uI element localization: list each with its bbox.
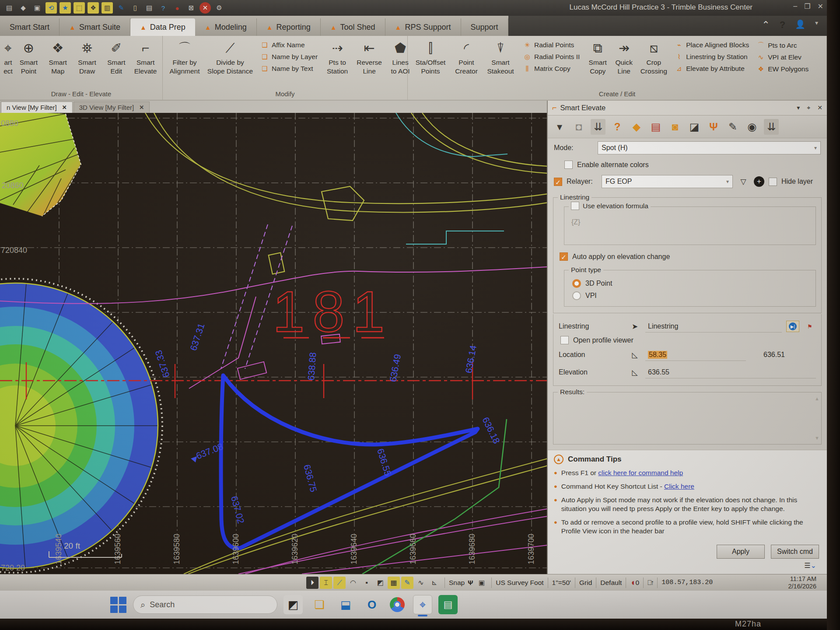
panel-dropdown-icon[interactable]: ▾ (797, 104, 800, 112)
snip-app-icon[interactable]: ◩ (284, 595, 303, 614)
tab-support[interactable]: Support (461, 18, 508, 36)
unit-status[interactable]: US Survey Foot (496, 579, 543, 587)
pick-linestring-button[interactable]: ▶| (786, 321, 799, 332)
relayer-checkbox[interactable]: ✓ (554, 178, 562, 186)
more-icon[interactable]: ⇊ (764, 119, 779, 135)
minimize-button[interactable]: – (793, 2, 797, 10)
vpi-at-elev-button[interactable]: ∿ VPI at Elev (757, 53, 808, 61)
tab-reporting[interactable]: ▲Reporting (257, 18, 321, 36)
select-region-icon[interactable]: ⬚ (74, 2, 85, 14)
chrome-icon[interactable] (388, 595, 407, 614)
panel-close-icon[interactable]: ✕ (817, 104, 822, 112)
view-filter-status-icon[interactable]: ▣ (476, 577, 487, 588)
ortho-box-icon[interactable]: ⎕↑ (648, 579, 653, 587)
flag-icon[interactable]: ⚑ (804, 321, 816, 332)
favorite-icon[interactable]: ★ (60, 2, 71, 14)
user-icon[interactable]: ◉ (745, 119, 760, 135)
help-question-icon[interactable]: ? (780, 19, 785, 31)
pts-to-station-button[interactable]: ⇢ Pts toStation (322, 38, 353, 75)
quick-line-button[interactable]: ↠ QuickLine (611, 38, 637, 75)
crop-crossing-button[interactable]: ⧅ CropCrossing (637, 38, 671, 75)
snap-status[interactable]: Snap (449, 579, 465, 587)
mode-select[interactable]: Spot (H)▾ (598, 141, 821, 154)
lock-icon[interactable]: ◘ (571, 119, 586, 135)
grid-toggle-icon[interactable]: ▦ (388, 577, 400, 589)
scale-status[interactable]: 1"=50' (552, 579, 571, 587)
record-icon[interactable]: ● (172, 2, 183, 14)
ortho-icon[interactable]: ⊾ (428, 577, 441, 589)
options-drop-icon[interactable]: ▾ (552, 119, 567, 135)
pdf-export-icon[interactable]: ▤ (648, 119, 663, 135)
tab-smart-start[interactable]: Smart Start (0, 18, 60, 36)
snap-endpoint-icon[interactable]: ⌶ (320, 577, 332, 589)
hide-layer-checkbox[interactable] (769, 178, 777, 186)
account-dropdown-icon[interactable]: ▾ (815, 19, 818, 31)
close-tab-icon[interactable]: ✕ (62, 104, 67, 111)
folder-settings-icon[interactable]: ◆ (629, 119, 644, 135)
image-icon[interactable]: ◙ (668, 119, 682, 135)
project-icon[interactable]: ◆ (18, 2, 29, 14)
pen-icon[interactable]: ✎ (725, 119, 740, 135)
profile-icon[interactable]: ∿ (415, 577, 427, 589)
3d-point-radio[interactable] (572, 279, 581, 288)
sync-icon[interactable]: ⟲ (46, 2, 57, 14)
radial-points-button[interactable]: ✳ Radial Points (523, 41, 580, 49)
scroll-up-icon[interactable]: ▲ (815, 396, 819, 401)
smart-map-button[interactable]: ❖ SmartMap (44, 38, 72, 75)
divide-by-slope-distance-button[interactable]: ⟋ Divide bySlope Distance (204, 38, 256, 75)
smart-draw-button[interactable]: ⛯ SmartDraw (73, 38, 102, 75)
outlook-icon[interactable]: O (362, 595, 382, 614)
layers-icon[interactable]: ❖ (88, 2, 99, 14)
view-icon[interactable]: ▣ (32, 2, 43, 14)
list-icon[interactable]: ▤ (144, 2, 155, 14)
panel-pin-icon[interactable]: ⌖ (807, 104, 810, 112)
linestring-field[interactable]: Linestring (645, 320, 782, 332)
affix-name-button[interactable]: ❑ Affix Name (261, 41, 318, 49)
close-task-icon[interactable]: ✕ (200, 2, 211, 14)
settings-icon[interactable]: ⚙ (214, 2, 225, 14)
select-tool-icon[interactable]: ◪ (687, 119, 702, 135)
annotate-icon[interactable]: ✎ (116, 2, 127, 14)
plan-view-canvas[interactable]: 181 637.31 637.33 638.88 636.4 (0, 113, 547, 574)
vpi-radio[interactable] (572, 291, 581, 300)
tab-plan-view[interactable]: n View [My Filter]✕ (1, 102, 73, 113)
use-elevation-formula-checkbox[interactable] (571, 202, 579, 210)
grid-status[interactable]: Grid (579, 579, 592, 587)
ew-polygons-button[interactable]: ❖ EW Polygons (757, 65, 808, 73)
style-status[interactable]: Default (600, 579, 622, 587)
command-pane-icon[interactable]: ⏵ (306, 577, 318, 589)
smart-edit-button[interactable]: ✐ SmartEdit (102, 38, 130, 75)
open-profile-viewer-checkbox[interactable] (560, 336, 569, 344)
auto-apply-checkbox[interactable]: ✓ (560, 252, 568, 261)
enable-alternate-colors-checkbox[interactable] (564, 161, 573, 169)
relayer-select[interactable]: FG EOP▾ (602, 175, 733, 188)
filter-by-alignment-button[interactable]: ⌒ Filter byAlignment (165, 38, 204, 75)
elevation-input[interactable]: 636.55 (645, 366, 816, 378)
help-icon[interactable]: ? (610, 119, 625, 135)
tab-modeling[interactable]: ▲Modeling (195, 18, 257, 36)
trimble-business-center-taskbar-icon[interactable]: ⌖ (413, 595, 432, 614)
pts-to-arc-button[interactable]: ⌒ Pts to Arc (757, 41, 808, 49)
smart-stakeout-button[interactable]: ⍒ SmartStakeout (482, 38, 519, 75)
close-button[interactable]: ✕ (818, 2, 823, 10)
smart-point-button[interactable]: ⊕ SmartPoint (14, 38, 43, 75)
sketch-icon[interactable]: ✎ (401, 577, 413, 589)
point-creator-button[interactable]: ◜ PointCreator (451, 38, 482, 75)
tab-smart-suite[interactable]: ▲Smart Suite (60, 18, 130, 36)
snap-free-icon[interactable]: ⟋ (333, 577, 346, 589)
import-icon[interactable]: ▤ (4, 2, 15, 14)
tab-data-prep[interactable]: ▲Data Prep (130, 18, 195, 36)
restore-button[interactable]: ❐ (804, 2, 810, 10)
report-list-icon[interactable]: ☰⌄ (804, 561, 816, 570)
spreadsheet-app-icon[interactable]: ▤ (438, 595, 458, 614)
tab-tool-shed[interactable]: ▲Tool Shed (321, 18, 385, 36)
snap-node-icon[interactable]: ▪ (360, 577, 373, 589)
smart-select-button[interactable]: ⌖ artect (3, 38, 14, 75)
tab-3d-view[interactable]: 3D View [My Filter]✕ (74, 102, 150, 113)
file-explorer-icon[interactable]: ❏ (310, 595, 329, 614)
expand-icon[interactable]: ⇊ (591, 119, 606, 135)
filter-icon[interactable]: ▽ (737, 176, 749, 187)
account-icon[interactable]: 👤 (795, 19, 805, 31)
clipboard-icon[interactable]: ▥ (102, 2, 113, 14)
tab-rps-support[interactable]: ▲RPS Support (385, 18, 461, 36)
